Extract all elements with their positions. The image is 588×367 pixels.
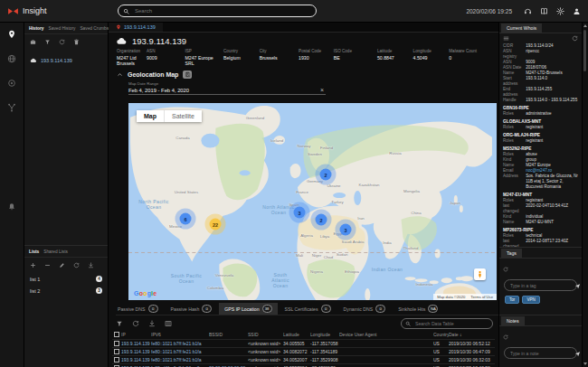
entity-tab[interactable]: 193.9.114.139	[109, 23, 163, 32]
data-tab[interactable]: SSL Certificates 0	[280, 303, 337, 315]
collapse-chevron-icon[interactable]	[117, 71, 123, 78]
row-checkbox[interactable]	[114, 341, 119, 346]
download-icon[interactable]	[88, 262, 94, 268]
row-checkbox[interactable]	[114, 349, 119, 354]
notes-title-tab[interactable]: Notes	[501, 316, 525, 325]
scroll-up-arrow[interactable]	[583, 24, 587, 27]
col-ssid[interactable]: SSID	[248, 332, 283, 337]
history-tab[interactable]: Saved Crumbs	[80, 26, 109, 31]
history-tab[interactable]: History	[29, 26, 44, 31]
table-row[interactable]: 193.9.114.139 fe80::1021:b7ff:fe21:b1fa …	[112, 356, 495, 364]
tag-chip[interactable]: Tor	[505, 296, 519, 304]
lists-tabs: ListsShared Lists	[24, 246, 108, 258]
refresh-icon[interactable]	[73, 262, 80, 268]
col-longitude[interactable]: Longitude	[310, 332, 339, 337]
data-tab[interactable]: Sinkhole Hits NA	[393, 303, 443, 315]
network-icon[interactable]	[7, 103, 16, 112]
col-latitude[interactable]: Latitude	[283, 332, 310, 337]
data-tab[interactable]: Passive Hash 0	[166, 303, 218, 315]
tag-input-field[interactable]	[504, 279, 577, 291]
col-ipv6[interactable]: IPV6	[151, 332, 209, 337]
cell-ipv6: fe80::1021:b7ff:fe21:b1fa	[151, 341, 209, 346]
headset-icon[interactable]	[524, 7, 532, 15]
global-search[interactable]	[118, 5, 317, 17]
list-item[interactable]: list 1 4	[24, 273, 108, 285]
menu-icon[interactable]	[503, 35, 509, 42]
sort-desc-icon[interactable]: ↓	[460, 332, 462, 337]
edit-icon[interactable]	[59, 262, 65, 268]
data-tab[interactable]: Passive DNS 0	[112, 303, 164, 315]
refresh-icon[interactable]	[572, 35, 578, 42]
refresh-icon[interactable]	[132, 320, 139, 327]
global-search-input[interactable]	[133, 7, 311, 14]
cell-ssid: <unknown ssid>	[248, 341, 283, 346]
tag-input[interactable]	[508, 282, 572, 289]
terms-link[interactable]: Terms of Use	[470, 295, 493, 299]
geolocation-map[interactable]: MapSatellite North Pacific OceanNorth At…	[128, 103, 497, 300]
scroll-down-arrow[interactable]	[583, 362, 587, 365]
tags-title-tab[interactable]: Tags	[501, 249, 522, 258]
cluster-marker[interactable]: 2	[320, 169, 332, 181]
list-item[interactable]: list 2 3	[24, 285, 108, 296]
note-input-field[interactable]	[504, 347, 577, 359]
col-date[interactable]: Date ↓	[449, 332, 495, 337]
map-date-range-field[interactable]: Map Date Range Feb 4, 2019 - Feb 4, 2020…	[128, 80, 326, 103]
scrollbar-thumb[interactable]	[583, 30, 586, 71]
col-user-agent[interactable]: Device User Agent	[339, 332, 433, 337]
archive-icon[interactable]	[30, 39, 36, 45]
cluster-marker[interactable]: 3	[340, 224, 352, 236]
add-note-button[interactable]	[574, 345, 581, 362]
whois-title-tab[interactable]: Current Whois	[501, 24, 542, 33]
lists-tab[interactable]: Lists	[29, 249, 39, 254]
table-search[interactable]	[401, 318, 493, 329]
cluster-marker[interactable]: 2	[316, 214, 327, 226]
add-tag-button[interactable]	[574, 278, 581, 294]
data-tab[interactable]: GPS IP Location 38	[219, 303, 277, 315]
remove-list-icon[interactable]	[44, 262, 51, 268]
cell-ip: 193.9.114.139	[121, 357, 151, 362]
row-checkbox[interactable]	[114, 357, 119, 362]
table-row[interactable]: 193.9.114.139 fe80::1021:b7ff:fe21:b1fa …	[112, 340, 495, 348]
field-value: 4.5049	[413, 55, 450, 61]
save-map-button[interactable]	[183, 71, 192, 79]
cluster-marker[interactable]: 3	[294, 207, 306, 219]
refresh-icon[interactable]	[59, 39, 65, 45]
download-icon[interactable]	[148, 320, 156, 327]
trash-icon[interactable]	[73, 39, 80, 45]
refresh-icon[interactable]	[503, 267, 508, 272]
map-type-button[interactable]: Satellite	[164, 110, 202, 122]
lists-tab[interactable]: Shared Lists	[43, 249, 68, 254]
filter-icon[interactable]	[44, 39, 51, 45]
vertical-scrollbar[interactable]	[582, 23, 588, 367]
bell-icon[interactable]	[7, 202, 16, 212]
col-ip[interactable]: IP	[121, 332, 151, 337]
data-tab[interactable]: Dynamic DNS 0	[338, 303, 392, 315]
table-row[interactable]: 193.9.114.139 fe80::1021:b7ff:fe21:b1fa …	[112, 348, 495, 356]
map-marker-icon[interactable]	[7, 30, 16, 39]
pegman-control[interactable]	[474, 268, 486, 280]
target-icon[interactable]	[7, 79, 16, 88]
refresh-icon[interactable]	[503, 334, 508, 340]
filter-icon[interactable]	[116, 320, 123, 327]
tag-chip[interactable]: VPN	[522, 296, 539, 304]
clear-date-icon[interactable]: ×	[320, 88, 324, 93]
table-search-input[interactable]	[413, 320, 488, 327]
date-range-value: Feb 4, 2019 - Feb 4, 2020	[128, 88, 320, 93]
map-type-button[interactable]: Map	[137, 110, 164, 122]
columns-icon[interactable]	[165, 320, 172, 327]
col-bssid[interactable]: BSSID	[209, 332, 248, 337]
select-all-checkbox[interactable]	[114, 332, 119, 337]
cell-date: 2019/10/30 06:52:12	[449, 341, 495, 346]
history-item[interactable]: 193.9.114.139	[24, 55, 108, 66]
whois-record-list: CIDR 193.9.114.0/24 ASN registry ripencc…	[499, 43, 582, 247]
col-country[interactable]: Country	[433, 332, 449, 337]
gear-icon[interactable]	[556, 7, 564, 15]
note-input[interactable]	[508, 350, 572, 357]
cluster-marker[interactable]: 6	[180, 213, 192, 225]
user-icon[interactable]	[573, 7, 581, 15]
add-list-icon[interactable]	[30, 262, 36, 268]
history-tab[interactable]: Saved History	[49, 26, 76, 31]
globe-icon[interactable]	[7, 54, 16, 63]
book-icon[interactable]	[540, 7, 548, 15]
cluster-marker[interactable]: 22	[210, 219, 222, 231]
